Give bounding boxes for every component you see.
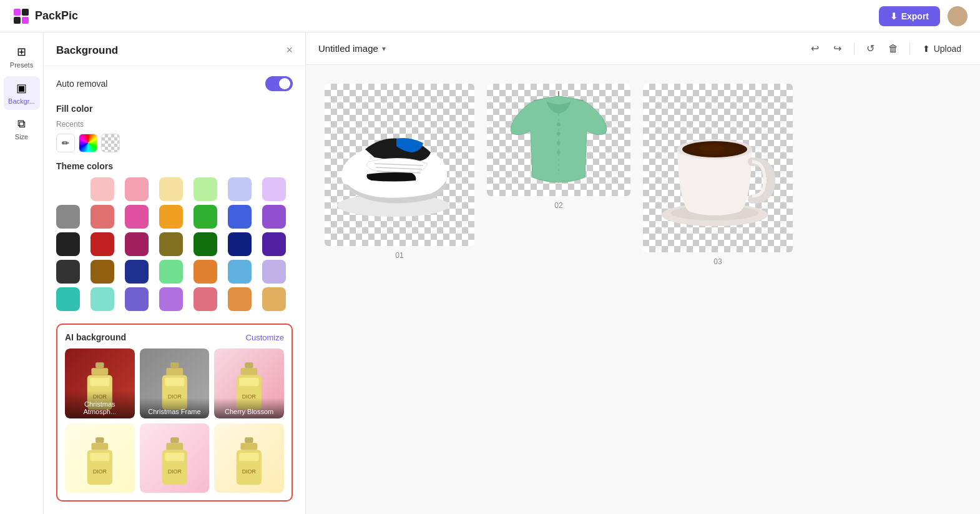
svg-rect-2 bbox=[14, 17, 21, 24]
svg-rect-24 bbox=[166, 443, 183, 450]
svg-text:DIOR: DIOR bbox=[167, 468, 182, 475]
reset-button[interactable]: ↺ bbox=[861, 39, 881, 59]
theme-color-17[interactable] bbox=[159, 232, 183, 256]
auto-removal-toggle[interactable] bbox=[265, 76, 293, 91]
auto-removal-row: Auto removal bbox=[56, 76, 293, 91]
ai-item-christmas-atm[interactable]: DIOR Christmas Atmosph... bbox=[65, 348, 135, 418]
canvas-toolbar: Untitled image ▾ ↩ ↪ ↺ 🗑 ⬆ Upload bbox=[306, 32, 980, 65]
theme-color-19[interactable] bbox=[228, 232, 252, 256]
ai-item-bg-christmas-frame: DIOR Christmas Frame bbox=[140, 348, 210, 418]
panel-header: Background × bbox=[44, 32, 305, 66]
avatar[interactable] bbox=[948, 6, 968, 26]
theme-color-5[interactable] bbox=[228, 177, 252, 201]
body: ⊞ Presets ▣ Backgr... ⧉ Size Background … bbox=[0, 32, 980, 514]
panel-close-button[interactable]: × bbox=[286, 44, 293, 57]
svg-text:DIOR: DIOR bbox=[93, 468, 107, 475]
theme-color-21[interactable] bbox=[56, 260, 80, 284]
size-icon: ⧉ bbox=[17, 117, 26, 131]
svg-rect-3 bbox=[22, 17, 29, 24]
toolbar-actions: ↩ ↪ ↺ 🗑 ⬆ Upload bbox=[805, 39, 968, 59]
color-pen-tool[interactable]: ✏ bbox=[56, 134, 75, 152]
theme-color-22[interactable] bbox=[91, 260, 114, 284]
ai-item-bottom-2[interactable]: DIOR bbox=[140, 423, 210, 493]
theme-color-33[interactable] bbox=[228, 287, 252, 311]
svg-rect-23 bbox=[96, 437, 104, 443]
theme-color-23[interactable] bbox=[125, 260, 149, 284]
ai-item-bg-cherry-blossom: DIOR Cherry Blossom bbox=[214, 348, 284, 418]
theme-color-6[interactable] bbox=[262, 177, 286, 201]
svg-rect-18 bbox=[245, 362, 253, 368]
sidebar-item-presets[interactable]: ⊞ Presets bbox=[4, 40, 40, 74]
shoe-image bbox=[331, 102, 468, 227]
svg-point-43 bbox=[557, 151, 561, 154]
theme-color-20[interactable] bbox=[262, 232, 286, 256]
shirt-image bbox=[496, 90, 621, 190]
theme-color-27[interactable] bbox=[262, 260, 286, 284]
ai-item-cherry-blossom[interactable]: DIOR Cherry Blossom bbox=[214, 348, 284, 418]
svg-rect-14 bbox=[241, 368, 258, 375]
ai-item-bottom-3[interactable]: DIOR bbox=[214, 423, 284, 493]
ai-background-grid: DIOR Christmas Atmosph... DIOR Christmas… bbox=[65, 348, 284, 493]
delete-button[interactable]: 🗑 bbox=[883, 39, 903, 59]
ai-item-bottom-1[interactable]: DIOR bbox=[65, 423, 135, 493]
recents-label: Recents bbox=[56, 120, 293, 129]
svg-rect-13 bbox=[170, 362, 179, 368]
ai-item-bg-bottom-1: DIOR bbox=[65, 423, 135, 493]
header: PackPic ⬇ Export bbox=[0, 0, 980, 32]
theme-color-30[interactable] bbox=[125, 287, 149, 311]
image-box-01[interactable] bbox=[325, 84, 474, 246]
logo-icon bbox=[12, 7, 30, 25]
theme-color-15[interactable] bbox=[91, 232, 114, 256]
svg-rect-31 bbox=[240, 453, 259, 461]
canvas-image-02: 02 bbox=[487, 84, 630, 210]
theme-color-8[interactable] bbox=[91, 205, 114, 229]
redo-button[interactable]: ↪ bbox=[828, 39, 848, 59]
export-button[interactable]: ⬇ Export bbox=[879, 6, 940, 26]
chevron-down-icon[interactable]: ▾ bbox=[382, 44, 386, 53]
theme-color-7[interactable] bbox=[56, 205, 80, 229]
customize-link[interactable]: Customize bbox=[246, 333, 284, 342]
image-box-02[interactable] bbox=[487, 84, 630, 196]
theme-color-3[interactable] bbox=[159, 177, 183, 201]
export-icon: ⬇ bbox=[890, 11, 898, 21]
ai-item-bg-christmas-atm: DIOR Christmas Atmosph... bbox=[65, 348, 135, 418]
theme-color-25[interactable] bbox=[194, 260, 217, 284]
fill-color-title: Fill color bbox=[56, 104, 293, 114]
theme-color-9[interactable] bbox=[125, 205, 149, 229]
sidebar-item-size[interactable]: ⧉ Size bbox=[4, 112, 40, 146]
canvas-image-01: 01 bbox=[325, 84, 474, 260]
theme-color-10[interactable] bbox=[159, 205, 183, 229]
auto-removal-label: Auto removal bbox=[56, 79, 107, 89]
theme-color-11[interactable] bbox=[194, 205, 217, 229]
theme-color-26[interactable] bbox=[228, 260, 252, 284]
color-picker-swatch[interactable] bbox=[79, 134, 97, 152]
theme-color-28[interactable] bbox=[56, 287, 80, 311]
ai-section-title: AI background bbox=[65, 332, 126, 342]
theme-color-29[interactable] bbox=[91, 287, 114, 311]
image-box-03[interactable] bbox=[643, 84, 793, 252]
theme-color-34[interactable] bbox=[262, 287, 286, 311]
theme-color-32[interactable] bbox=[194, 287, 217, 311]
svg-rect-11 bbox=[165, 378, 184, 386]
theme-color-0[interactable] bbox=[56, 177, 80, 201]
upload-button[interactable]: ⬆ Upload bbox=[916, 40, 968, 57]
theme-color-18[interactable] bbox=[194, 232, 217, 256]
sidebar-item-background[interactable]: ▣ Backgr... bbox=[4, 76, 40, 110]
svg-rect-0 bbox=[14, 9, 21, 16]
theme-color-2[interactable] bbox=[125, 177, 149, 201]
theme-color-13[interactable] bbox=[262, 205, 286, 229]
svg-rect-1 bbox=[22, 9, 29, 16]
theme-color-14[interactable] bbox=[56, 232, 80, 256]
theme-color-12[interactable] bbox=[228, 205, 252, 229]
theme-color-24[interactable] bbox=[159, 260, 183, 284]
theme-color-1[interactable] bbox=[91, 177, 114, 201]
transparent-swatch[interactable] bbox=[101, 134, 120, 152]
theme-color-31[interactable] bbox=[159, 287, 183, 311]
theme-colors-title: Theme colors bbox=[56, 161, 293, 171]
theme-color-16[interactable] bbox=[125, 232, 149, 256]
ai-item-christmas-frame[interactable]: DIOR Christmas Frame bbox=[140, 348, 210, 418]
theme-color-4[interactable] bbox=[194, 177, 217, 201]
undo-button[interactable]: ↩ bbox=[805, 39, 825, 59]
recents-row: ✏ bbox=[56, 134, 293, 152]
ai-item-bg-bottom-2: DIOR bbox=[140, 423, 210, 493]
